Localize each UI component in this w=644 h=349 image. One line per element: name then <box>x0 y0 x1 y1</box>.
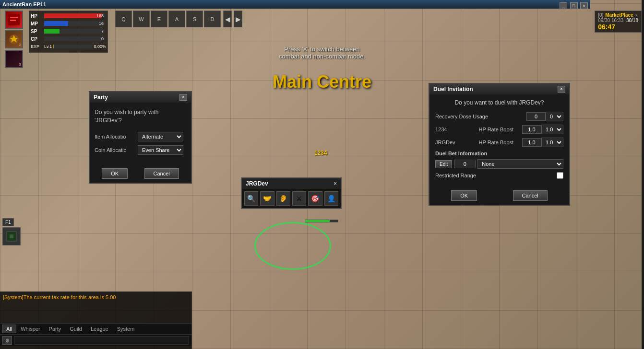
hp-bar-fill <box>44 13 102 18</box>
coin-alloc-select[interactable]: Even Share By Order Winner <box>138 145 183 155</box>
party-dialog-question: Do you wish to party with 'JRGDev'? <box>95 108 186 125</box>
exp-pct: 0.00% <box>94 44 106 49</box>
scroll-left-button[interactable]: ◀ <box>223 11 232 27</box>
title-bar-controls: _ □ × <box>559 0 588 9</box>
chat-tabs: All Whisper Party Guild League System <box>0 323 191 334</box>
player1-boost-select[interactable]: 1.01.52.0 <box>541 125 563 134</box>
mp-row: MP 16 <box>31 20 106 27</box>
party-dialog-titlebar: Party × <box>90 92 191 103</box>
marketplace-title[interactable]: MarketPlace <box>605 12 633 18</box>
recovery-select[interactable]: 012 <box>546 112 563 121</box>
sp-row: SP 7 <box>31 28 106 35</box>
maximize-button[interactable]: □ <box>570 2 578 9</box>
hotbar: Q W E A S D <box>115 11 221 27</box>
cp-row: CP 0 <box>31 35 106 42</box>
mp-value: 16 <box>99 21 104 26</box>
chat-tab-all[interactable]: All <box>2 325 16 333</box>
hp-label: HP <box>31 13 44 19</box>
target-icon[interactable]: 🎯 <box>308 191 322 206</box>
area-name: Main Centre <box>273 72 371 92</box>
player2-boost-input[interactable] <box>522 138 541 147</box>
cp-value: 0 <box>101 36 104 41</box>
exp-bar-bg <box>53 45 92 48</box>
title-bar-text: AncientRan EP11 <box>2 1 46 7</box>
party-icon[interactable]: 🤝 <box>260 191 274 206</box>
hotbar-a[interactable]: A <box>168 11 185 27</box>
mp-label: MP <box>31 21 44 26</box>
player-menu-close[interactable]: × <box>334 180 337 187</box>
green-aura-effect <box>254 222 331 270</box>
duel-dialog-titlebar: Duel Invitation × <box>429 84 569 94</box>
hotbar-q[interactable]: Q <box>115 11 132 27</box>
inspect-icon[interactable]: 🔍 <box>244 191 258 206</box>
cp-label: CP <box>31 36 44 42</box>
center-msg-line2: combat and non-combat mode. <box>279 53 365 60</box>
hp-row: HP 168 <box>31 12 106 19</box>
svg-rect-1 <box>10 17 18 18</box>
profile-icon[interactable]: 👤 <box>324 191 338 206</box>
hotbar-e[interactable]: E <box>151 11 167 27</box>
marketplace-timer: 06:47 <box>598 23 638 31</box>
hotbar-w[interactable]: W <box>133 11 150 27</box>
chat-area: [System]The current tax rate for this ar… <box>0 291 192 349</box>
bet-value-input[interactable] <box>454 160 476 168</box>
duel-dialog-body: Do you want to duel with JRGDev? Recover… <box>429 94 569 188</box>
duel-dialog-buttons: OK Cancel <box>429 188 569 205</box>
whisper-icon[interactable]: 👂 <box>276 191 290 206</box>
duel-question: Do you want to duel with JRGDev? <box>435 99 563 106</box>
recovery-input[interactable] <box>526 112 546 121</box>
svg-rect-6 <box>10 234 13 238</box>
scroll-right-button[interactable]: ▶ <box>234 11 242 27</box>
chat-input[interactable] <box>14 336 189 345</box>
bet-edit-button[interactable]: Edit <box>435 160 452 168</box>
player1-boost-input[interactable] <box>522 125 541 134</box>
chat-tab-league[interactable]: League <box>86 325 113 333</box>
sp-label: SP <box>31 29 44 34</box>
chat-settings-button[interactable]: ⚙ <box>2 336 12 345</box>
player2-boost-select[interactable]: 1.01.52.0 <box>541 138 563 147</box>
center-msg-line1: Press 'X' to switch between <box>279 46 365 53</box>
player2-name: JRGDev <box>435 140 479 145</box>
marketplace-close[interactable]: × <box>635 13 638 18</box>
exp-bar-fill <box>53 45 54 48</box>
chat-tab-guild[interactable]: Guild <box>65 325 86 333</box>
restricted-row: Restricted Range <box>435 172 563 179</box>
marketplace-date: 09/30 16:33 <box>598 18 623 23</box>
chat-tab-party[interactable]: Party <box>45 325 66 333</box>
minimap-button[interactable] <box>2 227 21 245</box>
exp-level: Lv.1 <box>44 44 52 49</box>
party-cancel-button[interactable]: Cancel <box>144 168 179 179</box>
item-alloc-select[interactable]: Alternate By Order Random <box>138 132 183 141</box>
player-menu-icons: 🔍 🤝 👂 ⚔ 🎯 👤 <box>242 189 341 208</box>
minimize-button[interactable]: _ <box>560 2 567 9</box>
close-button[interactable]: × <box>580 2 588 9</box>
party-dialog-buttons: OK Cancel <box>90 164 191 183</box>
hotbar-s[interactable]: S <box>186 11 203 27</box>
recovery-label: Recovery Dose Usage <box>435 114 526 119</box>
hp-bar-bg: 168 <box>44 13 105 18</box>
marketplace-panel: [0] MarketPlace × 09/30 16:33 30/18 06:4… <box>595 11 642 33</box>
duel-dialog-close[interactable]: × <box>558 86 565 93</box>
skill-slot-2[interactable]: 2 <box>5 30 23 48</box>
player-menu-header: JRGDev × <box>242 178 341 189</box>
restricted-checkbox[interactable] <box>557 172 563 179</box>
bet-type-select[interactable]: None Gold Item <box>477 159 563 169</box>
f1-button[interactable]: F1 <box>2 218 14 226</box>
party-dialog: Party × Do you wish to party with 'JRGDe… <box>89 91 192 184</box>
chat-tab-whisper[interactable]: Whisper <box>16 325 44 333</box>
item-alloc-label: Item Allocatio <box>95 134 138 140</box>
bet-row: Edit None Gold Item <box>435 159 563 169</box>
chat-tab-system[interactable]: System <box>113 325 139 333</box>
duel-cancel-button[interactable]: Cancel <box>513 190 548 201</box>
duel-ok-button[interactable]: OK <box>451 190 477 201</box>
chat-message-1: [System]The current tax rate for this ar… <box>3 294 189 301</box>
bet-section-title: Duel Bet Information <box>435 151 563 156</box>
skill-slot-1[interactable] <box>5 11 23 29</box>
player1-boost-row: 1234 HP Rate Boost 1.01.52.0 <box>435 125 563 134</box>
party-dialog-close[interactable]: × <box>179 94 187 101</box>
attack-icon[interactable]: ⚔ <box>292 191 306 206</box>
hotbar-d[interactable]: D <box>204 11 221 27</box>
skill-slot-3[interactable]: 3 <box>5 50 23 68</box>
party-ok-button[interactable]: OK <box>102 168 128 179</box>
party-dialog-body: Do you wish to party with 'JRGDev'? Item… <box>90 103 191 164</box>
